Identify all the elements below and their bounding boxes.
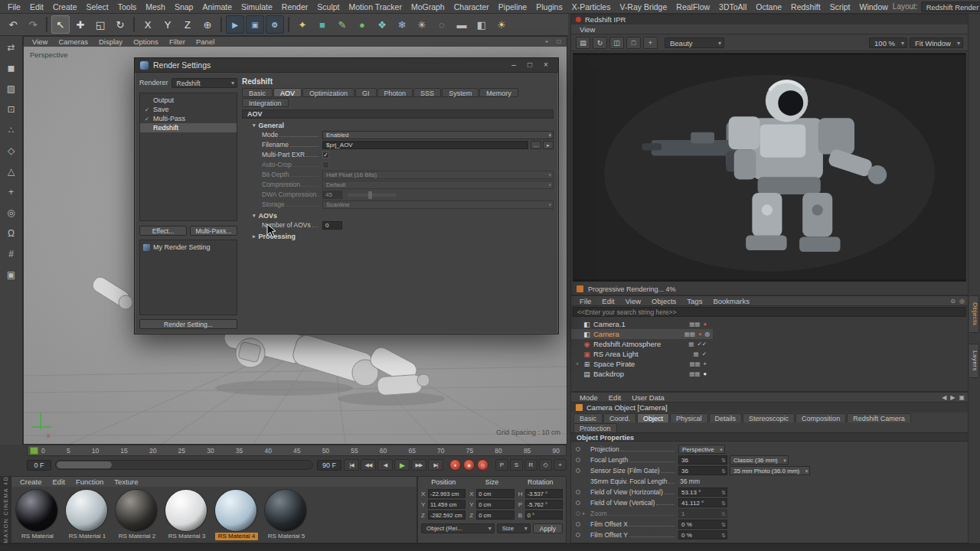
material-menu-item[interactable]: Texture xyxy=(109,478,143,486)
render-settings-icon[interactable]: ⚙ xyxy=(266,15,284,34)
material-item[interactable]: RS Material 1 xyxy=(66,490,109,540)
setting-dropdown[interactable]: Scanline xyxy=(322,201,554,209)
object-manager-menu-item[interactable]: Tags xyxy=(681,297,707,305)
layout-dropdown[interactable]: Redshift Render (User) xyxy=(921,2,980,12)
modeling-cube-icon[interactable]: ■ xyxy=(313,15,332,34)
setting-dropdown[interactable]: Default xyxy=(322,181,554,189)
setting-dropdown[interactable]: Enabled xyxy=(322,131,554,139)
camera-label[interactable]: Perspective xyxy=(30,51,68,59)
coord-object-mode-dropdown[interactable]: Object (Rel... xyxy=(421,523,495,533)
timeline-ruler[interactable]: 051015202530354045505560657075808590 xyxy=(27,445,567,456)
settings-tree-item[interactable]: ✓ Save xyxy=(140,105,237,114)
menu-item[interactable]: Sculpt xyxy=(312,2,344,11)
lock-x-icon[interactable]: X xyxy=(139,15,157,34)
viewport-menu-item[interactable]: View xyxy=(27,37,53,46)
grid-snap-icon[interactable]: # xyxy=(3,246,20,262)
settings-tab[interactable]: System xyxy=(442,88,479,97)
pixel-probe-icon[interactable]: + xyxy=(643,37,658,49)
settings-tab[interactable]: SSS xyxy=(413,88,441,97)
settings-tree-item[interactable]: Redshift xyxy=(140,123,237,132)
position-field[interactable]: -282.592 cm xyxy=(428,510,466,520)
material-menu-item[interactable]: Create xyxy=(15,478,47,486)
tree-check-icon[interactable]: ✓ xyxy=(143,116,151,122)
size-field[interactable]: 0 cm xyxy=(476,510,514,520)
settings-tab[interactable]: Photon xyxy=(377,88,413,97)
attribute-menu-item[interactable]: Edit xyxy=(603,393,626,402)
previous-key-button[interactable]: ◀◀ xyxy=(361,459,376,471)
tree-item-label[interactable]: Output xyxy=(153,96,174,104)
xparticles-icon[interactable]: ✳ xyxy=(413,15,431,34)
camera-tool-icon[interactable]: ◧ xyxy=(472,15,491,34)
go-to-end-button[interactable]: ▶| xyxy=(428,459,443,471)
object-row[interactable]: ▣ RS Area Light ▦ ✓ xyxy=(571,349,713,359)
toolbar-separator[interactable] xyxy=(220,17,222,32)
material-item[interactable]: RS Material 4 xyxy=(215,490,258,540)
attribute-number-field[interactable]: 36 xyxy=(678,466,727,475)
browse-file-button[interactable]: ... xyxy=(531,141,541,149)
state-dot-icon[interactable]: ● xyxy=(698,331,702,337)
lock-z-icon[interactable]: Z xyxy=(178,15,197,34)
menu-item[interactable]: 3DToAll xyxy=(714,2,751,11)
setting-slider[interactable] xyxy=(348,194,397,197)
material-preview-sphere[interactable] xyxy=(165,490,207,531)
attribute-tab[interactable]: Composition xyxy=(795,413,846,422)
tree-item-label[interactable]: Redshift xyxy=(153,124,178,132)
object-manager-menu-item[interactable]: Bookmarks xyxy=(707,297,755,305)
scale-key-toggle[interactable]: S xyxy=(510,459,523,471)
next-frame-button[interactable]: ▶▶ xyxy=(411,459,426,471)
viewport-menu-item[interactable]: Panel xyxy=(191,37,220,46)
rotation-field[interactable]: -3.537 ° xyxy=(525,489,563,498)
state-dot-icon[interactable]: ● xyxy=(703,321,707,328)
point-level-key-toggle[interactable]: + xyxy=(554,459,567,471)
render-region-icon[interactable]: □ xyxy=(626,37,641,49)
rotation-field[interactable]: -5.762 ° xyxy=(525,500,563,509)
rotation-key-toggle[interactable]: R xyxy=(524,459,537,471)
keyframe-dot[interactable] xyxy=(576,511,580,516)
position-field[interactable]: -22.993 cm xyxy=(428,489,466,498)
tree-item-label[interactable]: Multi-Pass xyxy=(153,115,185,122)
object-search-input[interactable] xyxy=(573,308,965,316)
group-arrow-icon[interactable]: ▾ xyxy=(253,122,256,129)
material-preview-sphere[interactable] xyxy=(215,490,256,531)
object-name[interactable]: Backdrop xyxy=(593,370,624,378)
points-mode-icon[interactable]: ∴ xyxy=(3,122,20,139)
attribute-dropdown[interactable]: Classic (36 mm) xyxy=(730,455,789,465)
object-tags[interactable]: ▦▦ ● ◎ xyxy=(684,331,710,337)
menu-item[interactable]: Character xyxy=(449,2,494,11)
viewport-menu-item[interactable]: Options xyxy=(128,37,164,46)
enable-axis-icon[interactable]: + xyxy=(3,184,20,201)
attribute-tab[interactable]: Protection xyxy=(573,423,617,432)
zoom-dropdown[interactable]: 100 % xyxy=(869,37,907,48)
edges-mode-icon[interactable]: ◇ xyxy=(3,142,20,159)
scale-icon[interactable]: ◱ xyxy=(91,15,109,34)
tree-check-icon[interactable]: ✓ xyxy=(143,106,151,113)
settings-tree-item[interactable]: Output xyxy=(140,96,237,105)
convert-icon[interactable]: ⇄ xyxy=(3,39,20,56)
multi-pass-button[interactable]: Multi-Pass... xyxy=(190,226,237,236)
keyframe-dot[interactable] xyxy=(576,533,580,537)
channel-dropdown[interactable]: Beauty xyxy=(665,37,724,48)
dock-vertical-tab[interactable]: Objects xyxy=(969,295,979,333)
history-back-icon[interactable]: ◀ xyxy=(942,394,946,401)
attribute-tab[interactable]: Redshift Camera xyxy=(847,413,911,422)
live-selection-icon[interactable]: ↖ xyxy=(51,15,70,34)
render-preset-item[interactable]: My Render Setting xyxy=(143,243,234,252)
redo-icon[interactable]: ↷ xyxy=(24,15,42,34)
general-group-header[interactable]: ▾ General xyxy=(242,121,554,130)
settings-tab[interactable]: Basic xyxy=(242,88,273,97)
menu-item[interactable]: Octane xyxy=(751,2,786,11)
record-options-button[interactable]: ◎ xyxy=(477,459,488,471)
token-menu-button[interactable]: ▸ xyxy=(543,141,554,149)
object-tags[interactable]: ▦▦ ● xyxy=(689,321,710,328)
history-forward-icon[interactable]: ▶ xyxy=(950,394,955,401)
render-view-icon[interactable]: ▶ xyxy=(226,15,244,34)
attribute-tab[interactable]: Coord. xyxy=(603,413,636,422)
keyframe-dot[interactable] xyxy=(576,468,580,473)
material-menu-item[interactable]: Edit xyxy=(47,478,70,486)
object-row[interactable]: ◧ Camera ▦▦ ● ◎ xyxy=(571,329,713,339)
timeline-playhead[interactable] xyxy=(30,447,38,455)
settings-tab[interactable]: AOV xyxy=(273,88,302,97)
material-preview-sphere[interactable] xyxy=(116,490,157,531)
material-preview-sphere[interactable] xyxy=(66,490,107,531)
attribute-number-field[interactable]: 1 xyxy=(678,509,727,518)
